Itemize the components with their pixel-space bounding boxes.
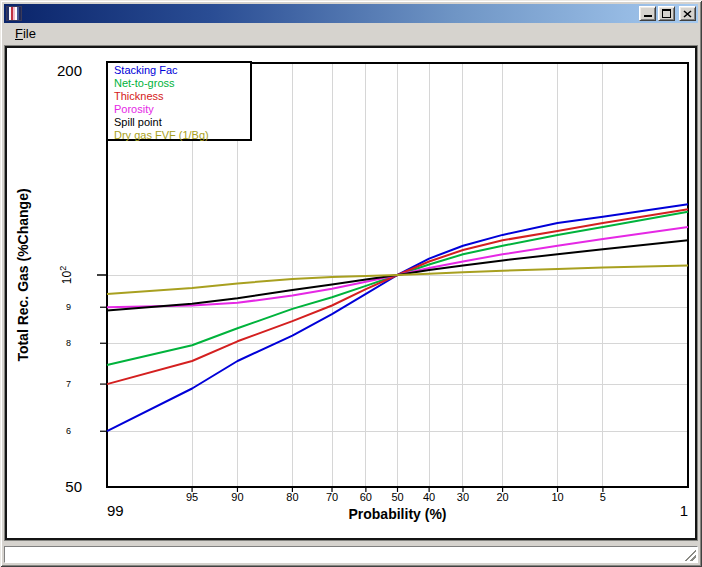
x-tick-label: 20 [496,491,508,503]
app-window: File 200509876102Total Rec. Gas (%Change… [0,0,702,567]
x-tick-label: 10 [551,491,563,503]
app-icon [6,6,22,21]
titlebar[interactable] [4,4,698,23]
y-minor-label: 9 [66,302,71,312]
x-right-label: 1 [680,502,688,519]
minimize-button[interactable] [639,6,656,21]
y-axis-title: Total Rec. Gas (%Change) [15,188,31,361]
maximize-button[interactable] [658,6,675,21]
legend-item: Dry gas FVF (1/Bg) [114,129,209,141]
chart-area: 200509876102Total Rec. Gas (%Change)9590… [7,48,695,538]
y-minor-label: 8 [66,338,71,348]
status-bar [4,546,698,563]
y-top-label: 200 [57,62,82,79]
x-tick-label: 95 [186,491,198,503]
legend-item: Thickness [114,90,164,102]
resize-grip[interactable] [683,548,696,561]
x-tick-label: 90 [231,491,243,503]
y-bottom-label: 50 [65,478,82,495]
titlebar-buttons [639,6,696,21]
x-axis-title: Probability (%) [348,506,446,522]
x-tick-label: 5 [600,491,606,503]
sensitivity-chart: 200509876102Total Rec. Gas (%Change)9590… [7,48,695,538]
x-tick-label: 80 [286,491,298,503]
y-minor-label: 6 [66,426,71,436]
maximize-icon [662,9,671,18]
x-tick-label: 50 [391,491,403,503]
close-icon [683,10,692,18]
legend-item: Porosity [114,103,154,115]
menubar: File [4,23,698,44]
y-major-label: 102 [58,266,74,284]
legend-item: Net-to-gross [114,77,175,89]
legend-item: Stacking Fac [114,64,178,76]
minimize-icon [644,15,652,17]
x-left-label: 99 [107,502,124,519]
chart-panel: 200509876102Total Rec. Gas (%Change)9590… [4,45,698,541]
x-tick-label: 60 [360,491,372,503]
y-minor-label: 7 [66,379,71,389]
x-tick-label: 70 [326,491,338,503]
legend-item: Spill point [114,116,162,128]
x-tick-label: 30 [457,491,469,503]
close-button[interactable] [679,6,696,21]
y-major-exponent: 2 [58,266,68,271]
menu-file[interactable]: File [10,25,41,42]
x-tick-label: 40 [423,491,435,503]
